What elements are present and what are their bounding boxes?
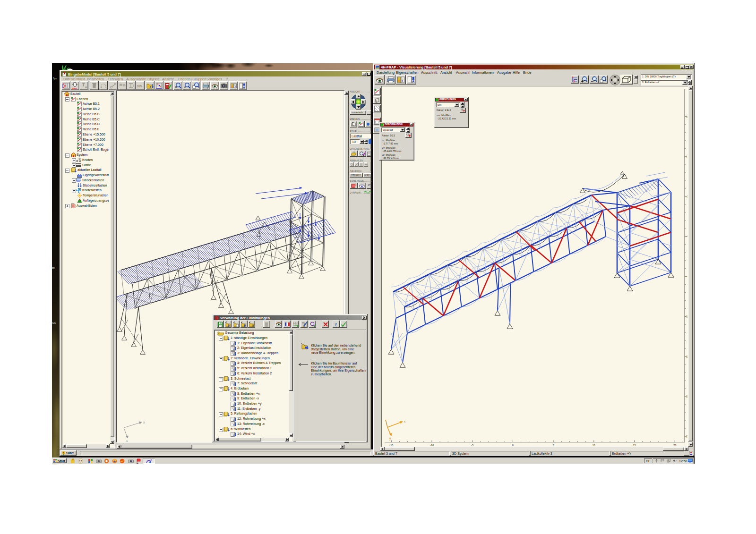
svg-text:5: 5 bbox=[686, 276, 688, 277]
svg-text:20: 20 bbox=[686, 395, 688, 398]
svg-text:0: 0 bbox=[686, 236, 688, 237]
svg-text:x: x bbox=[404, 420, 406, 423]
svg-text:25: 25 bbox=[686, 435, 688, 438]
svg-text:DIN: DIN bbox=[137, 85, 143, 88]
svg-text:10: 10 bbox=[593, 444, 595, 446]
svg-text:1-2-3: 1-2-3 bbox=[293, 322, 299, 325]
svg-text:y: y bbox=[389, 437, 391, 441]
svg-text:-5: -5 bbox=[686, 195, 688, 198]
svg-text:neu: neu bbox=[72, 87, 77, 90]
svg-text:0: 0 bbox=[512, 444, 514, 446]
svg-text:15: 15 bbox=[686, 355, 688, 358]
svg-text:-10: -10 bbox=[430, 444, 434, 446]
svg-text:x: x bbox=[143, 421, 145, 424]
svg-text:-15: -15 bbox=[686, 114, 688, 118]
svg-text:y: y bbox=[126, 440, 128, 442]
svg-text:-10: -10 bbox=[686, 154, 688, 158]
svg-text:-15: -15 bbox=[389, 444, 393, 446]
svg-text:10: 10 bbox=[686, 315, 688, 318]
svg-text:20: 20 bbox=[673, 444, 676, 446]
svg-text:5: 5 bbox=[553, 444, 554, 446]
svg-text:15: 15 bbox=[633, 444, 636, 446]
svg-text:-5: -5 bbox=[471, 444, 473, 446]
svg-text:?: ? bbox=[335, 322, 337, 327]
